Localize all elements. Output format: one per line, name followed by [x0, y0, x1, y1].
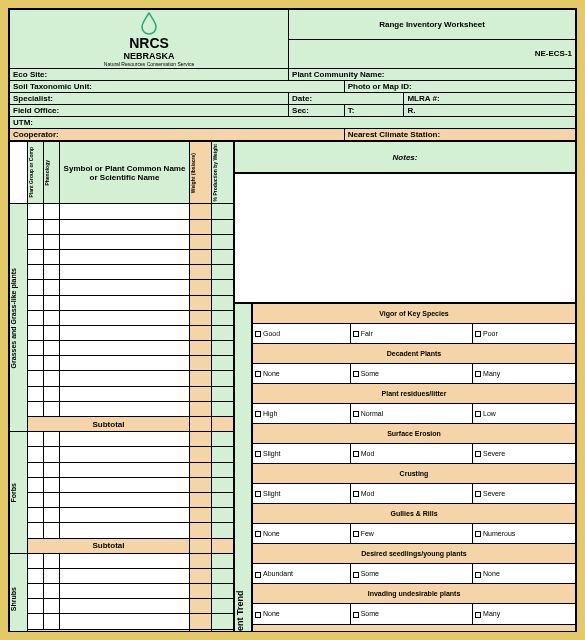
data-row[interactable]	[10, 249, 234, 264]
assessment-option[interactable]: Fair	[350, 324, 472, 344]
assessment-header: Overall plant community stability	[253, 624, 576, 632]
assessment-option[interactable]: Mod	[350, 444, 472, 464]
label-photo-map-id: Photo or Map ID:	[344, 81, 575, 93]
label-field-office: Field Office:	[10, 105, 289, 117]
assessment-option[interactable]: Some	[350, 604, 472, 624]
assessment-table: Vigor of Key SpeciesGoodFairPoorDecadent…	[252, 303, 576, 632]
assessment-option[interactable]: High	[253, 404, 351, 424]
label-soil-taxonomic: Soil Taxonomic Unit:	[10, 81, 345, 93]
assessment-option[interactable]: Slight	[253, 444, 351, 464]
data-row[interactable]	[10, 280, 234, 295]
label-date: Date:	[289, 93, 404, 105]
data-row[interactable]	[10, 508, 234, 523]
data-row[interactable]	[10, 523, 234, 538]
assessment-header: Plant residues/litter	[253, 384, 576, 404]
data-row[interactable]	[10, 477, 234, 492]
data-row[interactable]	[10, 234, 234, 249]
agency-logo-cell: NRCS NEBRASKA Natural Resources Conserva…	[10, 10, 289, 69]
data-row[interactable]	[10, 356, 234, 371]
assessment-option[interactable]: Many	[473, 364, 576, 384]
assessment-header: Desired seedlings/young plants	[253, 544, 576, 564]
agency-name: NRCS	[13, 35, 285, 51]
data-row[interactable]	[10, 614, 234, 629]
assessment-option[interactable]: Some	[350, 564, 472, 584]
form-title: Range Inventory Worksheet	[289, 10, 576, 40]
assessment-option[interactable]: Good	[253, 324, 351, 344]
label-r: R.	[404, 105, 576, 117]
apparent-trend-label: Apparent Trend	[234, 303, 252, 632]
assessment-header: Crusting	[253, 464, 576, 484]
data-row[interactable]	[10, 599, 234, 614]
category-label: Grasses and Grass-like plants	[10, 204, 28, 432]
label-sec: Sec:	[289, 105, 345, 117]
worksheet: NRCS NEBRASKA Natural Resources Conserva…	[8, 8, 577, 632]
label-nearest-climate: Nearest Climate Station:	[344, 129, 575, 141]
col-category	[10, 142, 28, 204]
col-phenology: Phenology	[44, 142, 60, 204]
notes-header: Notes:	[234, 141, 576, 173]
assessment-option[interactable]: Severe	[473, 484, 576, 504]
assessment-header: Invading undesirable plants	[253, 584, 576, 604]
assessment-option[interactable]: None	[253, 524, 351, 544]
assessment-header: Vigor of Key Species	[253, 304, 576, 324]
data-row[interactable]	[10, 219, 234, 234]
assessment-option[interactable]: Numerous	[473, 524, 576, 544]
subtotal-row: Subtotal	[10, 538, 234, 553]
data-row[interactable]	[10, 568, 234, 583]
data-row[interactable]	[10, 265, 234, 280]
label-t: T:	[344, 105, 404, 117]
data-row[interactable]	[10, 492, 234, 507]
assessment-option[interactable]: Poor	[473, 324, 576, 344]
agency-state: NEBRASKA	[13, 51, 285, 61]
label-plant-community: Plant Community Name:	[289, 69, 576, 81]
assessment-option[interactable]: Many	[473, 604, 576, 624]
assessment-option[interactable]: Abundant	[253, 564, 351, 584]
col-weight: Weight (lbs/acre)	[190, 142, 212, 204]
data-row[interactable]	[10, 386, 234, 401]
assessment-header: Gullies & Rills	[253, 504, 576, 524]
inventory-grid: Plant Group or Comp Phenology Symbol or …	[9, 141, 234, 632]
header-table: NRCS NEBRASKA Natural Resources Conserva…	[9, 9, 576, 141]
data-row[interactable]: Forbs	[10, 432, 234, 447]
assessment-option[interactable]: Few	[350, 524, 472, 544]
data-row[interactable]	[10, 295, 234, 310]
label-eco-site: Eco Site:	[10, 69, 289, 81]
agency-subtitle: Natural Resources Conservation Service	[13, 61, 285, 67]
assessment-option[interactable]: None	[473, 564, 576, 584]
assessment-option[interactable]: Some	[350, 364, 472, 384]
label-specialist: Specialist:	[10, 93, 289, 105]
data-row[interactable]	[10, 462, 234, 477]
data-row[interactable]	[10, 310, 234, 325]
label-utm: UTM:	[10, 117, 576, 129]
assessment-option[interactable]: Severe	[473, 444, 576, 464]
category-label: Forbs	[10, 432, 28, 554]
notes-area[interactable]	[234, 173, 576, 303]
col-symbol: Symbol or Plant Common Name or Scientifi…	[60, 142, 190, 204]
data-row[interactable]	[10, 371, 234, 386]
col-pct: % Production by Weight	[212, 142, 234, 204]
assessment-option[interactable]: Mod	[350, 484, 472, 504]
label-mlra: MLRA #:	[404, 93, 576, 105]
assessment-option[interactable]: None	[253, 364, 351, 384]
assessment-option[interactable]: Slight	[253, 484, 351, 504]
water-drop-icon	[139, 11, 159, 35]
col-plant-group: Plant Group or Comp	[28, 142, 44, 204]
assessment-header: Decadent Plants	[253, 344, 576, 364]
data-row[interactable]	[10, 341, 234, 356]
data-row[interactable]	[10, 401, 234, 416]
data-row[interactable]	[10, 584, 234, 599]
assessment-option[interactable]: Normal	[350, 404, 472, 424]
data-row[interactable]	[10, 447, 234, 462]
data-row[interactable]: Grasses and Grass-like plants	[10, 204, 234, 219]
assessment-option[interactable]: Low	[473, 404, 576, 424]
category-label: Shrubs	[10, 553, 28, 632]
data-row[interactable]: Shrubs	[10, 553, 234, 568]
subtotal-row: Subtotal	[10, 417, 234, 432]
label-cooperator: Cooperator:	[10, 129, 345, 141]
form-id: NE-ECS-1	[289, 39, 576, 69]
subtotal-row: Subtotal	[10, 629, 234, 632]
assessment-option[interactable]: None	[253, 604, 351, 624]
data-row[interactable]	[10, 325, 234, 340]
assessment-header: Surface Erosion	[253, 424, 576, 444]
